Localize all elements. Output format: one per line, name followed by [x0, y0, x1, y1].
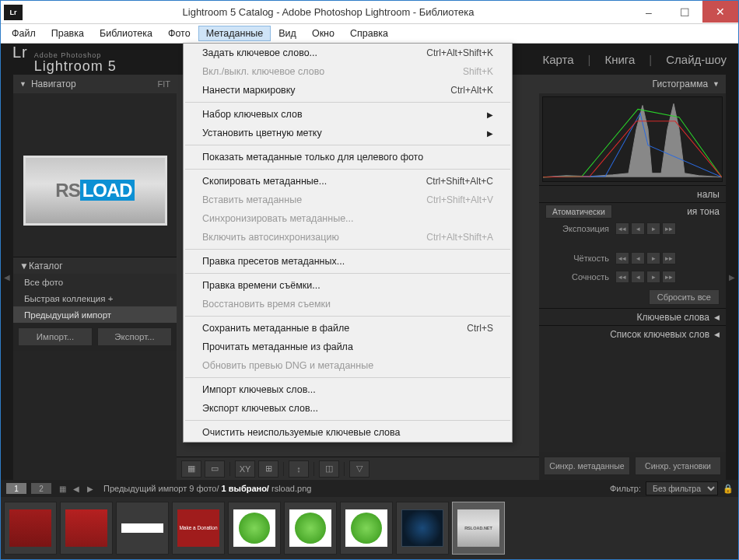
- menu-вид[interactable]: Вид: [271, 26, 304, 41]
- catalog-item[interactable]: Быстрая коллекция +: [13, 290, 177, 306]
- scrub-down-button[interactable]: ◂: [631, 222, 645, 235]
- menu-item-label: Синхронизировать метаданные...: [202, 213, 354, 224]
- scrub-min-button[interactable]: ◂◂: [615, 222, 629, 235]
- menu-item-label: Правка пресетов метаданных...: [202, 256, 345, 267]
- painter-button[interactable]: ◫: [319, 460, 339, 478]
- filmstrip-thumbnail[interactable]: Make a Donation: [172, 502, 225, 555]
- scrub-down-button[interactable]: ◂: [631, 271, 645, 283]
- navigator-fit[interactable]: FIT: [158, 79, 171, 89]
- monitor-1-button[interactable]: 1: [5, 482, 27, 495]
- menu-item[interactable]: Установить цветную метку▶: [184, 124, 512, 142]
- filmstrip-thumbnail[interactable]: [396, 502, 449, 555]
- navigator-title: Навигатор: [31, 79, 76, 89]
- survey-view-button[interactable]: ⊞: [258, 460, 278, 478]
- catalog-header[interactable]: ▼ Каталог: [13, 257, 177, 274]
- sync-metadata-button[interactable]: Синхр. метаданные: [544, 457, 630, 475]
- tone-label: ия тона: [687, 206, 720, 217]
- module-Карта[interactable]: Карта: [542, 53, 573, 66]
- menu-item[interactable]: Правка времени съёмки...: [184, 276, 512, 295]
- disclosure-triangle-icon: ▼: [19, 80, 26, 88]
- menu-item[interactable]: Правка пресетов метаданных...: [184, 252, 512, 271]
- scrub-min-button[interactable]: ◂◂: [615, 252, 629, 264]
- menu-правка[interactable]: Правка: [44, 26, 92, 41]
- menu-метаданные[interactable]: Метаданные: [198, 26, 271, 41]
- originals-header[interactable]: налы: [539, 185, 726, 202]
- scrub-max-button[interactable]: ▸▸: [662, 222, 676, 235]
- close-button[interactable]: ✕: [702, 1, 738, 23]
- filmstrip-thumbnail[interactable]: [340, 502, 393, 555]
- menu-окно[interactable]: Окно: [304, 26, 342, 41]
- filmstrip-grid-icon[interactable]: ▦: [55, 482, 69, 495]
- left-panel-toggle[interactable]: ◀: [1, 75, 13, 480]
- menu-item[interactable]: Экспорт ключевых слов...: [184, 399, 512, 418]
- tone-header[interactable]: Атоматически ия тона: [539, 202, 726, 219]
- module-Слайд-шоу[interactable]: Слайд-шоу: [666, 53, 727, 66]
- filmstrip-forward-button[interactable]: ▶: [83, 482, 97, 495]
- keywords-header[interactable]: Ключевые слова ◀: [539, 308, 726, 325]
- preview-thumbnail[interactable]: RSLOAD: [23, 156, 167, 226]
- lr-logo-small: Adobe Photoshop: [34, 53, 117, 58]
- scrub-max-button[interactable]: ▸▸: [662, 271, 676, 283]
- filmstrip-thumbnail[interactable]: [228, 502, 281, 555]
- maximize-button[interactable]: ☐: [667, 2, 702, 23]
- loupe-view-button[interactable]: ▭: [205, 460, 225, 478]
- export-button[interactable]: Экспорт...: [97, 327, 172, 346]
- menu-item[interactable]: Сохранить метаданные в файлеCtrl+S: [184, 319, 512, 338]
- scrub-max-button[interactable]: ▸▸: [662, 252, 676, 264]
- menu-item[interactable]: Набор ключевых слов▶: [184, 105, 512, 124]
- histogram-header[interactable]: Гистограмма ▼: [539, 75, 726, 93]
- sync-settings-button[interactable]: Синхр. установки: [635, 457, 721, 475]
- left-panel: ▼ Навигатор FIT RSLOAD ▼ Каталог Все фот…: [13, 75, 177, 480]
- minimize-button[interactable]: –: [631, 2, 667, 23]
- menu-item[interactable]: Показать метаданные только для целевого …: [184, 148, 512, 166]
- menu-separator: [185, 273, 510, 274]
- menu-item-label: Вставить метаданные: [202, 194, 302, 205]
- scrub-up-button[interactable]: ▸: [646, 222, 660, 235]
- filmstrip-back-button[interactable]: ◀: [69, 482, 83, 495]
- filmstrip: Make a DonationRSLOAD.NET: [1, 497, 738, 559]
- menu-item: Вкл./выкл. ключевое словоShift+K: [184, 62, 512, 81]
- menu-shortcut: Ctrl+Shift+Alt+V: [426, 194, 493, 205]
- menu-item[interactable]: Очистить неиспользуемые ключевые слова: [184, 423, 512, 442]
- module-Книга[interactable]: Книга: [604, 53, 635, 66]
- filter-lock-icon[interactable]: 🔒: [723, 484, 734, 494]
- sort-direction-button[interactable]: ▽: [349, 460, 370, 478]
- menu-item[interactable]: Задать ключевое слово...Ctrl+Alt+Shift+K: [184, 44, 512, 62]
- menu-shortcut: Ctrl+Alt+K: [450, 85, 493, 96]
- scrub-up-button[interactable]: ▸: [646, 252, 660, 264]
- catalog-item[interactable]: Предыдущий импорт: [13, 306, 177, 323]
- keyword-list-header[interactable]: Список ключевых слов ◀: [539, 325, 726, 342]
- filter-select[interactable]: Без фильтра: [646, 481, 718, 495]
- filmstrip-thumbnail[interactable]: [60, 502, 113, 555]
- grid-view-button[interactable]: ▦: [181, 460, 201, 478]
- monitor-2-button[interactable]: 2: [30, 482, 52, 495]
- catalog-item[interactable]: Все фото: [13, 274, 177, 290]
- menu-справка[interactable]: Справка: [342, 26, 396, 41]
- menu-item-label: Установить цветную метку: [202, 128, 322, 138]
- sort-button[interactable]: ↕: [289, 460, 309, 478]
- scrub-up-button[interactable]: ▸: [646, 271, 660, 283]
- menu-item[interactable]: Импорт ключевых слов...: [184, 380, 512, 399]
- import-button[interactable]: Импорт...: [18, 327, 93, 346]
- menu-item[interactable]: Нанести маркировкуCtrl+Alt+K: [184, 81, 512, 100]
- scrub-min-button[interactable]: ◂◂: [615, 271, 629, 283]
- menu-фото[interactable]: Фото: [160, 26, 198, 41]
- reset-all-button[interactable]: Сбросить все: [649, 289, 720, 305]
- menu-shortcut: Ctrl+Shift+Alt+C: [426, 176, 493, 187]
- menu-item[interactable]: Прочитать метаданные из файла: [184, 338, 512, 356]
- histogram-chart[interactable]: [542, 96, 723, 182]
- filmstrip-thumbnail[interactable]: RSLOAD.NET: [452, 502, 505, 555]
- menu-item[interactable]: Скопировать метаданные...Ctrl+Shift+Alt+…: [184, 172, 512, 191]
- filmstrip-thumbnail[interactable]: [116, 502, 169, 555]
- auto-tone-button[interactable]: Атоматически: [545, 205, 612, 219]
- menu-библиотека[interactable]: Библиотека: [92, 26, 160, 41]
- filmstrip-thumbnail[interactable]: [284, 502, 337, 555]
- filter-label: Фильтр:: [610, 484, 641, 493]
- filmstrip-thumbnail[interactable]: [4, 502, 57, 555]
- compare-view-button[interactable]: XY: [235, 460, 255, 478]
- right-panel-toggle[interactable]: ▶: [726, 75, 738, 480]
- window-title: Lightroom 5 Catalog - Adobe Photoshop Li…: [26, 6, 631, 18]
- menu-файл[interactable]: Файл: [4, 26, 44, 41]
- navigator-header[interactable]: ▼ Навигатор FIT: [13, 75, 177, 93]
- scrub-down-button[interactable]: ◂: [631, 252, 645, 264]
